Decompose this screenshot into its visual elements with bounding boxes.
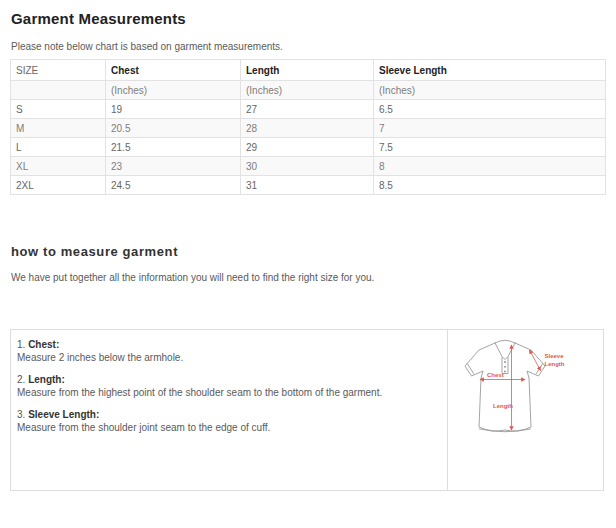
measurement-labels: Sleeve Length Chest Length xyxy=(487,353,565,409)
sleeve-length-label-line1: Sleeve xyxy=(545,353,565,359)
table-cell: (Inches) xyxy=(241,81,374,100)
measure-section-title: how to measure garment xyxy=(11,244,606,259)
measure-section-intro: We have put together all the information… xyxy=(11,272,606,283)
table-row: 2XL24.5318.5 xyxy=(11,176,606,195)
measurement-annotations xyxy=(480,345,541,430)
table-cell: L xyxy=(11,138,106,157)
table-row: L21.5297.5 xyxy=(11,138,606,157)
garment-diagram: Sleeve Length Chest Length xyxy=(448,330,603,490)
measure-step-heading: 2. Length: xyxy=(17,373,435,386)
size-table: SIZE Chest Length Sleeve Length (Inches)… xyxy=(10,59,606,195)
table-cell: 29 xyxy=(241,138,374,157)
table-cell: 30 xyxy=(241,157,374,176)
step-label: Length: xyxy=(28,374,65,385)
table-cell: XL xyxy=(11,157,106,176)
length-label: Length xyxy=(493,403,513,409)
table-cell: 19 xyxy=(106,100,241,119)
sleeve-length-label-line2: Length xyxy=(545,361,565,367)
table-cell: 2XL xyxy=(11,176,106,195)
table-row: (Inches)(Inches)(Inches) xyxy=(11,81,606,100)
column-header-chest: Chest xyxy=(106,60,241,81)
measure-step: 1. Chest:Measure 2 inches below the armh… xyxy=(17,338,435,364)
measure-box: 1. Chest:Measure 2 inches below the armh… xyxy=(10,329,604,491)
table-row: S19276.5 xyxy=(11,100,606,119)
table-cell: 28 xyxy=(241,119,374,138)
step-description: Measure from the shoulder joint seam to … xyxy=(17,421,435,434)
table-cell: 27 xyxy=(241,100,374,119)
table-cell: (Inches) xyxy=(106,81,241,100)
table-cell xyxy=(11,81,106,100)
table-cell: (Inches) xyxy=(374,81,606,100)
table-cell: 21.5 xyxy=(106,138,241,157)
table-cell: 7 xyxy=(374,119,606,138)
step-label: Chest: xyxy=(28,339,59,350)
column-header-sleeve-length: Sleeve Length xyxy=(374,60,606,81)
step-number: 1. xyxy=(17,339,28,350)
step-description: Measure 2 inches below the armhole. xyxy=(17,351,435,364)
sleeve-measure-line xyxy=(530,350,541,371)
size-table-body: (Inches)(Inches)(Inches)S19276.5M20.5287… xyxy=(11,81,606,195)
size-table-header-row: SIZE Chest Length Sleeve Length xyxy=(11,60,606,81)
chest-label: Chest xyxy=(487,372,504,378)
shirt-outline xyxy=(465,340,545,432)
polo-shirt-illustration: Sleeve Length Chest Length xyxy=(448,330,603,480)
column-header-length: Length xyxy=(241,60,374,81)
chart-note: Please note below chart is based on garm… xyxy=(11,41,606,52)
table-row: XL23308 xyxy=(11,157,606,176)
page-title: Garment Measurements xyxy=(11,10,606,27)
table-row: M20.5287 xyxy=(11,119,606,138)
table-cell: 8 xyxy=(374,157,606,176)
table-cell: M xyxy=(11,119,106,138)
table-cell: 6.5 xyxy=(374,100,606,119)
step-number: 2. xyxy=(17,374,28,385)
table-cell: 20.5 xyxy=(106,119,241,138)
table-cell: S xyxy=(11,100,106,119)
table-cell: 8.5 xyxy=(374,176,606,195)
page: Garment Measurements Please note below c… xyxy=(0,10,616,491)
measure-step: 2. Length:Measure from the highest point… xyxy=(17,373,435,399)
table-cell: 23 xyxy=(106,157,241,176)
measure-steps: 1. Chest:Measure 2 inches below the armh… xyxy=(11,330,448,490)
measure-step: 3. Sleeve Length:Measure from the should… xyxy=(17,408,435,434)
table-cell: 31 xyxy=(241,176,374,195)
table-cell: 7.5 xyxy=(374,138,606,157)
step-number: 3. xyxy=(17,409,28,420)
column-header-size: SIZE xyxy=(11,60,106,81)
step-description: Measure from the highest point of the sh… xyxy=(17,386,435,399)
table-cell: 24.5 xyxy=(106,176,241,195)
step-label: Sleeve Length: xyxy=(28,409,99,420)
measure-step-heading: 1. Chest: xyxy=(17,338,435,351)
measure-step-heading: 3. Sleeve Length: xyxy=(17,408,435,421)
